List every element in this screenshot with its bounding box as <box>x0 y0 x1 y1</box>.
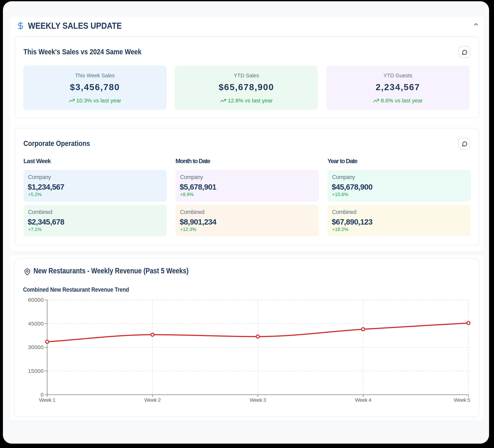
svg-text:Week 4: Week 4 <box>355 397 371 403</box>
svg-text:Week 5: Week 5 <box>454 397 470 403</box>
svg-text:0: 0 <box>41 392 44 398</box>
svg-text:30000: 30000 <box>28 344 44 350</box>
svg-text:Week 2: Week 2 <box>144 397 161 403</box>
svg-text:Week 1: Week 1 <box>39 397 55 403</box>
svg-text:45000: 45000 <box>28 321 44 327</box>
svg-text:60000: 60000 <box>28 297 44 303</box>
svg-text:15000: 15000 <box>28 368 44 374</box>
svg-text:Week 3: Week 3 <box>249 397 266 403</box>
